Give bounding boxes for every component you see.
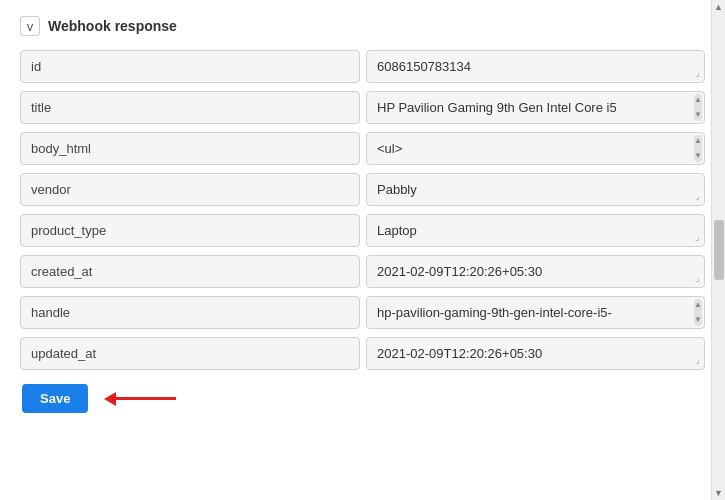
field-value-text: 2021-02-09T12:20:26+05:30 — [377, 264, 542, 279]
table-row: titleHP Pavilion Gaming 9th Gen Intel Co… — [20, 91, 705, 124]
field-value-updated_at[interactable]: 2021-02-09T12:20:26+05:30⌟ — [366, 337, 705, 370]
field-scroll-down-icon[interactable]: ▼ — [694, 316, 702, 324]
field-value-vendor[interactable]: Pabbly⌟ — [366, 173, 705, 206]
field-value-text: HP Pavilion Gaming 9th Gen Intel Core i5 — [377, 100, 617, 115]
main-scrollbar[interactable]: ▲ ▼ — [711, 0, 725, 500]
field-scroll-up-icon[interactable]: ▲ — [694, 301, 702, 309]
field-label-updated_at: updated_at — [20, 337, 360, 370]
table-row: id6086150783134⌟ — [20, 50, 705, 83]
field-value-created_at[interactable]: 2021-02-09T12:20:26+05:30⌟ — [366, 255, 705, 288]
scroll-thumb[interactable] — [714, 220, 724, 280]
field-scrollbar[interactable]: ▲▼ — [694, 94, 702, 121]
table-row: created_at2021-02-09T12:20:26+05:30⌟ — [20, 255, 705, 288]
field-label-id: id — [20, 50, 360, 83]
field-value-handle[interactable]: hp-pavilion-gaming-9th-gen-intel-core-i5… — [366, 296, 705, 329]
field-scroll-up-icon[interactable]: ▲ — [694, 137, 702, 145]
section-title: Webhook response — [48, 18, 177, 34]
field-value-text: Laptop — [377, 223, 417, 238]
resize-icon: ⌟ — [695, 355, 700, 365]
scroll-down-arrow[interactable]: ▼ — [714, 488, 723, 498]
field-value-text: hp-pavilion-gaming-9th-gen-intel-core-i5… — [377, 305, 612, 320]
resize-icon: ⌟ — [695, 232, 700, 242]
scroll-up-arrow[interactable]: ▲ — [714, 2, 723, 12]
field-value-product_type[interactable]: Laptop⌟ — [366, 214, 705, 247]
fields-wrapper: id6086150783134⌟titleHP Pavilion Gaming … — [20, 50, 705, 370]
table-row: handlehp-pavilion-gaming-9th-gen-intel-c… — [20, 296, 705, 329]
table-row: product_typeLaptop⌟ — [20, 214, 705, 247]
field-label-product_type: product_type — [20, 214, 360, 247]
field-value-title[interactable]: HP Pavilion Gaming 9th Gen Intel Core i5… — [366, 91, 705, 124]
table-row: updated_at2021-02-09T12:20:26+05:30⌟ — [20, 337, 705, 370]
resize-icon: ⌟ — [695, 191, 700, 201]
field-scroll-down-icon[interactable]: ▼ — [694, 111, 702, 119]
field-value-id[interactable]: 6086150783134⌟ — [366, 50, 705, 83]
section-header: v Webhook response — [20, 16, 705, 36]
chevron-down-icon: v — [27, 19, 34, 34]
field-value-text: 2021-02-09T12:20:26+05:30 — [377, 346, 542, 361]
main-container: v Webhook response id6086150783134⌟title… — [0, 0, 725, 429]
field-value-text: Pabbly — [377, 182, 417, 197]
field-scroll-up-icon[interactable]: ▲ — [694, 96, 702, 104]
field-value-text: 6086150783134 — [377, 59, 471, 74]
bottom-bar: Save — [20, 384, 705, 413]
field-label-created_at: created_at — [20, 255, 360, 288]
resize-icon: ⌟ — [695, 68, 700, 78]
field-value-body_html[interactable]: <ul>▲▼ — [366, 132, 705, 165]
save-button[interactable]: Save — [22, 384, 88, 413]
field-scroll-down-icon[interactable]: ▼ — [694, 152, 702, 160]
field-scrollbar[interactable]: ▲▼ — [694, 135, 702, 162]
field-scrollbar[interactable]: ▲▼ — [694, 299, 702, 326]
arrow-head-icon — [104, 392, 116, 406]
arrow-line — [116, 397, 176, 400]
field-label-handle: handle — [20, 296, 360, 329]
collapse-button[interactable]: v — [20, 16, 40, 36]
table-row: vendorPabbly⌟ — [20, 173, 705, 206]
resize-icon: ⌟ — [695, 273, 700, 283]
arrow-indicator — [104, 392, 176, 406]
table-row: body_html<ul>▲▼ — [20, 132, 705, 165]
field-label-title: title — [20, 91, 360, 124]
field-label-vendor: vendor — [20, 173, 360, 206]
field-label-body_html: body_html — [20, 132, 360, 165]
field-value-text: <ul> — [377, 141, 402, 156]
